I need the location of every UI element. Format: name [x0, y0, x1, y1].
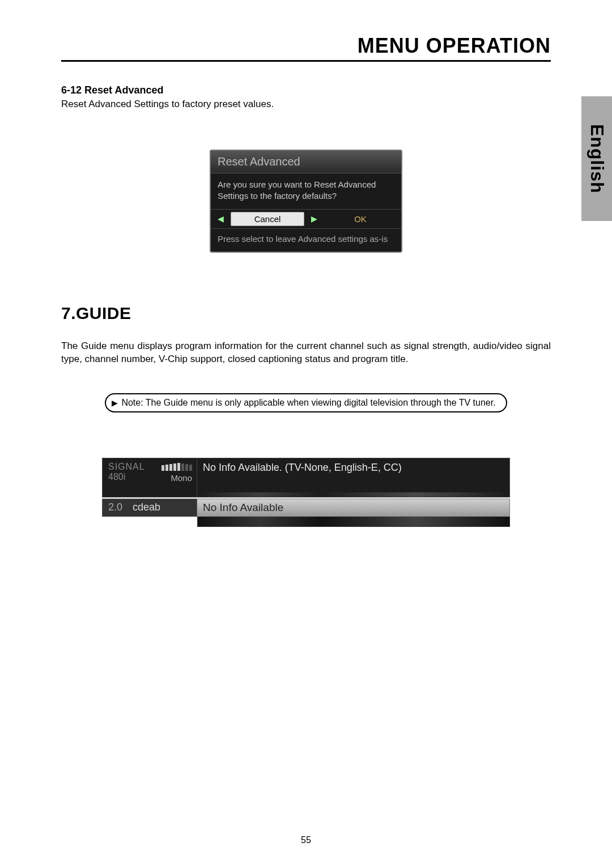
- play-icon: ▶: [112, 398, 118, 407]
- language-tab-label: English: [586, 124, 607, 194]
- dialog-button-row: ◀ Cancel ▶ OK: [211, 210, 401, 229]
- cancel-button[interactable]: Cancel: [231, 212, 304, 226]
- reset-dialog: Reset Advanced Are you sure you want to …: [210, 150, 402, 253]
- guide-note: ▶ Note: The Guide menu is only applicabl…: [105, 393, 507, 412]
- guide-note-text: Note: The Guide menu is only applicable …: [121, 398, 495, 408]
- panel-bottom-strip: [197, 517, 510, 527]
- page-header-title: MENU OPERATION: [61, 34, 551, 60]
- channel-number: 2.0: [108, 501, 122, 514]
- reset-desc: Reset Advanced Settings to factory prese…: [61, 99, 551, 110]
- channel-name: cdeab: [133, 501, 160, 514]
- program-info-top-text: No Info Available. (TV-None, English-E, …: [203, 462, 402, 473]
- signal-bars-icon: [162, 463, 192, 471]
- program-info-bot-text: No Info Available: [203, 501, 283, 513]
- signal-label: SIGNAL: [108, 462, 145, 472]
- signal-box: SIGNAL 480i Mono: [102, 458, 197, 497]
- left-arrow-icon: ◀: [215, 214, 226, 223]
- dialog-hint: Press select to leave Advanced settings …: [211, 229, 401, 252]
- dialog-title: Reset Advanced: [211, 151, 401, 173]
- right-arrow-icon: ▶: [309, 214, 320, 223]
- program-info-bot: No Info Available: [197, 499, 510, 517]
- language-tab: English: [581, 96, 612, 221]
- guide-heading: 7.GUIDE: [61, 304, 551, 323]
- guide-panel: SIGNAL 480i Mono No Info Available. (TV-…: [102, 458, 510, 527]
- channel-box: 2.0 cdeab: [102, 499, 197, 517]
- reset-heading: 6-12 Reset Advanced: [61, 84, 551, 96]
- audio-mode: Mono: [171, 473, 192, 483]
- guide-paragraph: The Guide menu displays program informat…: [61, 340, 551, 366]
- dialog-message: Are you sure you want to Reset Advanced …: [211, 173, 401, 210]
- page-number: 55: [0, 835, 612, 845]
- program-info-top: No Info Available. (TV-None, English-E, …: [197, 458, 510, 497]
- ok-button[interactable]: OK: [324, 212, 397, 225]
- video-mode: 480i: [108, 472, 125, 482]
